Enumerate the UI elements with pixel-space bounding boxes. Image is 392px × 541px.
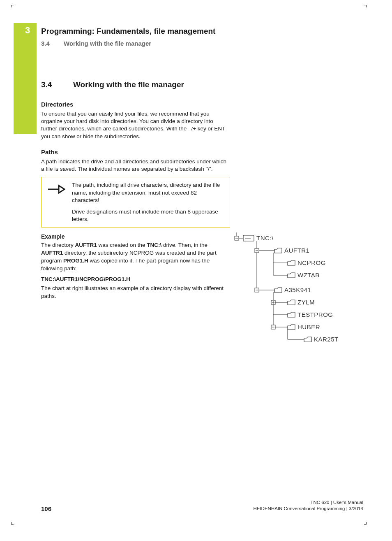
crop-mark bbox=[11, 5, 14, 7]
footer-right: TNC 620 | User's Manual HEIDENHAIN Conve… bbox=[253, 499, 363, 512]
note-line-1: The path, including all drive characters… bbox=[72, 181, 225, 204]
section-number: 3.4 bbox=[41, 40, 64, 47]
tree-node-label: AUFTR1 bbox=[284, 247, 309, 254]
tree-node-label: A35K941 bbox=[284, 286, 311, 293]
chapter-number: 3 bbox=[25, 25, 30, 36]
tree-node-label: KAR25T bbox=[314, 336, 339, 343]
para-example-tail: The chart at right illustrates an exampl… bbox=[41, 285, 230, 300]
tree-node-label: NCPROG bbox=[297, 259, 326, 266]
crop-mark bbox=[11, 522, 14, 525]
bold-fragment: AUFTR1 bbox=[41, 250, 63, 256]
section-title: Working with the file manager bbox=[64, 40, 151, 47]
arrow-right-icon bbox=[46, 181, 65, 223]
footer-line-1: TNC 620 | User's Manual bbox=[253, 499, 363, 506]
para-example: The directory AUFTR1 was created on the … bbox=[41, 241, 230, 273]
subheading-example: Example bbox=[41, 233, 230, 240]
chapter-title: Programming: Fundamentals, file manageme… bbox=[41, 27, 353, 36]
note-box: The path, including all drive characters… bbox=[41, 177, 230, 228]
text-fragment: drive. Then, in the bbox=[161, 242, 208, 248]
page-header: Programming: Fundamentals, file manageme… bbox=[41, 27, 353, 47]
body-heading-title: Working with the file manager bbox=[73, 80, 184, 89]
subheading-directories: Directories bbox=[41, 101, 230, 108]
tree-node-label: HUBER bbox=[297, 323, 320, 330]
chapter-tab bbox=[14, 23, 37, 134]
para-directories: To ensure that you can easily find your … bbox=[41, 110, 230, 140]
note-text: The path, including all drive characters… bbox=[72, 181, 225, 223]
crop-mark bbox=[364, 522, 367, 525]
tree-node-label: TESTPROG bbox=[297, 311, 333, 318]
body-heading-number: 3.4 bbox=[41, 80, 73, 89]
directory-tree-diagram: TNC:\ AUFTR1 NCPROG WZTAB A35K941 ZYLM T… bbox=[234, 232, 362, 352]
bold-fragment: TNC:\ bbox=[147, 242, 161, 248]
example-path: TNC:\AUFTR1\NCPROG\PROG1.H bbox=[41, 276, 230, 282]
bold-fragment: AUFTR1 bbox=[75, 242, 97, 248]
crop-mark bbox=[364, 5, 367, 7]
note-line-2: Drive designations must not include more… bbox=[72, 208, 225, 223]
page-footer: 106 TNC 620 | User's Manual HEIDENHAIN C… bbox=[41, 505, 363, 512]
tree-root-label: TNC:\ bbox=[256, 235, 274, 241]
tree-node-label: WZTAB bbox=[297, 272, 320, 279]
tree-node-label: ZYLM bbox=[297, 299, 315, 306]
subheading-paths: Paths bbox=[41, 149, 230, 156]
para-paths: A path indicates the drive and all direc… bbox=[41, 158, 230, 173]
bold-fragment: PROG1.H bbox=[63, 258, 88, 264]
text-fragment: was created on the bbox=[97, 242, 147, 248]
page-number: 106 bbox=[41, 505, 51, 512]
section-line: 3.4Working with the file manager bbox=[41, 40, 353, 47]
footer-line-2: HEIDENHAIN Conversational Programming | … bbox=[253, 506, 363, 512]
text-fragment: The directory bbox=[41, 242, 75, 248]
body-heading: 3.4Working with the file manager bbox=[41, 80, 230, 89]
content-column: 3.4Working with the file manager Directo… bbox=[41, 80, 230, 304]
